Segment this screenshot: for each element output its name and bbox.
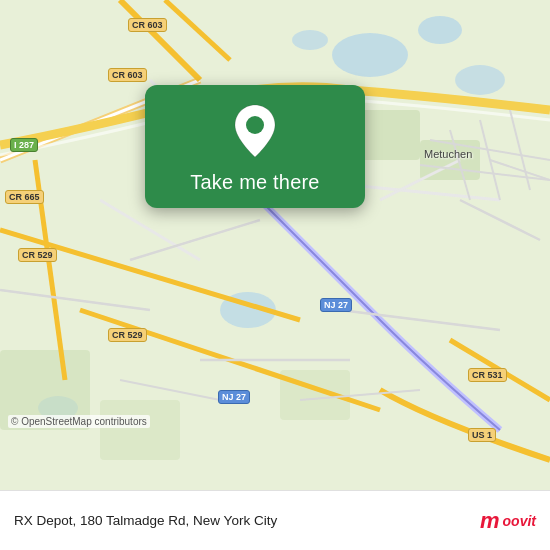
route-label-nj27-bot: NJ 27 — [218, 390, 250, 404]
copyright-text: © OpenStreetMap contributors — [8, 415, 150, 428]
map-container: CR 603 CR 603 I 287 CR 665 CR 529 CR 529… — [0, 0, 550, 490]
route-label-cr531: CR 531 — [468, 368, 507, 382]
take-me-there-button[interactable]: Take me there — [190, 171, 319, 194]
moovit-m-letter: m — [480, 508, 500, 534]
svg-point-1 — [332, 33, 408, 77]
route-label-us1: US 1 — [468, 428, 496, 442]
moovit-brand-text: oovit — [503, 513, 536, 529]
moovit-logo: m oovit — [480, 508, 536, 534]
svg-point-38 — [246, 116, 264, 134]
svg-rect-10 — [100, 400, 180, 460]
route-label-cr603-top: CR 603 — [128, 18, 167, 32]
svg-point-3 — [292, 30, 328, 50]
navigation-card[interactable]: Take me there — [145, 85, 365, 208]
address-text: RX Depot, 180 Talmadge Rd, New York City — [14, 513, 277, 528]
route-label-cr529-bot: CR 529 — [108, 328, 147, 342]
svg-point-2 — [418, 16, 462, 44]
svg-point-4 — [455, 65, 505, 95]
route-label-cr665: CR 665 — [5, 190, 44, 204]
route-label-i287: I 287 — [10, 138, 38, 152]
location-pin-icon — [230, 103, 280, 159]
route-label-cr603-mid: CR 603 — [108, 68, 147, 82]
bottom-bar: RX Depot, 180 Talmadge Rd, New York City… — [0, 490, 550, 550]
metuchen-label: Metuchen — [424, 148, 472, 160]
route-label-nj27-top: NJ 27 — [320, 298, 352, 312]
route-label-cr529-top: CR 529 — [18, 248, 57, 262]
